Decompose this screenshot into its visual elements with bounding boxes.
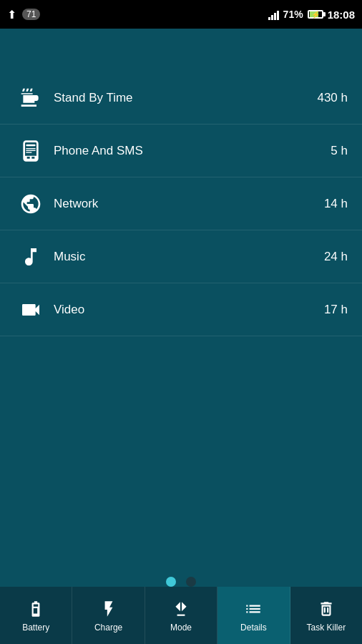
standby-label: Stand By Time — [47, 91, 317, 105]
phone-icon — [14, 135, 47, 167]
page-dot-2[interactable] — [186, 577, 196, 587]
coffee-icon — [14, 82, 47, 114]
signal-bar-4 — [277, 11, 279, 20]
list-item-network[interactable]: Network 14 h — [0, 177, 362, 230]
nav-label-battery: Battery — [22, 623, 49, 633]
signal-bar-2 — [271, 15, 273, 20]
signal-bars — [268, 9, 279, 20]
mode-nav-icon — [170, 598, 192, 620]
music-icon — [14, 240, 47, 273]
nav-item-details[interactable]: Details — [217, 587, 290, 644]
signal-bar-3 — [274, 13, 276, 20]
signal-bar-1 — [268, 17, 270, 20]
charge-nav-icon — [98, 598, 119, 620]
music-value: 24 h — [324, 250, 348, 264]
svg-rect-2 — [26, 150, 35, 150]
standby-value: 430 h — [317, 91, 348, 105]
status-bar-left: ⬆ 71 — [7, 8, 40, 21]
nav-item-mode[interactable]: Mode — [145, 587, 217, 644]
bottom-nav: Battery Charge Mode Details — [0, 587, 362, 644]
video-icon — [14, 293, 47, 326]
status-bar: ⬆ 71 71% ⚡ 18:08 — [0, 0, 362, 29]
svg-rect-4 — [324, 608, 326, 613]
video-value: 17 h — [324, 303, 348, 317]
list-item-video[interactable]: Video 17 h — [0, 283, 362, 336]
phone-value: 5 h — [331, 144, 348, 158]
music-label: Music — [47, 250, 324, 264]
details-nav-icon — [243, 598, 264, 620]
network-value: 14 h — [324, 197, 348, 211]
nav-label-taskkiller: Task Killer — [306, 623, 346, 633]
network-icon — [14, 187, 47, 220]
nav-label-charge: Charge — [94, 623, 122, 633]
nav-label-details: Details — [240, 623, 267, 633]
video-label: Video — [47, 303, 324, 317]
time-display: 18:08 — [328, 9, 355, 21]
svg-rect-0 — [26, 144, 35, 146]
svg-rect-5 — [327, 608, 328, 613]
battery-lightning-icon: ⚡ — [311, 11, 320, 19]
svg-rect-3 — [26, 152, 31, 152]
battery-nav-icon — [25, 598, 47, 620]
nav-item-battery[interactable]: Battery — [0, 587, 72, 644]
phone-label: Phone And SMS — [47, 144, 331, 158]
list-item-phone[interactable]: Phone And SMS 5 h — [0, 125, 362, 177]
network-label: Network — [47, 197, 324, 211]
taskkiller-nav-icon — [315, 598, 337, 620]
nav-item-charge[interactable]: Charge — [72, 587, 145, 644]
page-indicators — [166, 577, 196, 587]
nav-item-taskkiller[interactable]: Task Killer — [290, 587, 362, 644]
list-item-music[interactable]: Music 24 h — [0, 230, 362, 283]
battery-icon: ⚡ — [308, 10, 323, 19]
status-bar-right: 71% ⚡ 18:08 — [268, 9, 355, 21]
main-content: Stand By Time 430 h Phone And SMS 5 h Ne… — [0, 29, 362, 587]
battery-percent: 71% — [283, 9, 303, 20]
svg-rect-1 — [26, 148, 35, 149]
page-dot-1[interactable] — [166, 577, 176, 587]
notification-badge: 71 — [22, 9, 40, 20]
list-item-standby[interactable]: Stand By Time 430 h — [0, 72, 362, 125]
usb-icon: ⬆ — [7, 8, 16, 21]
nav-label-mode: Mode — [170, 623, 192, 633]
